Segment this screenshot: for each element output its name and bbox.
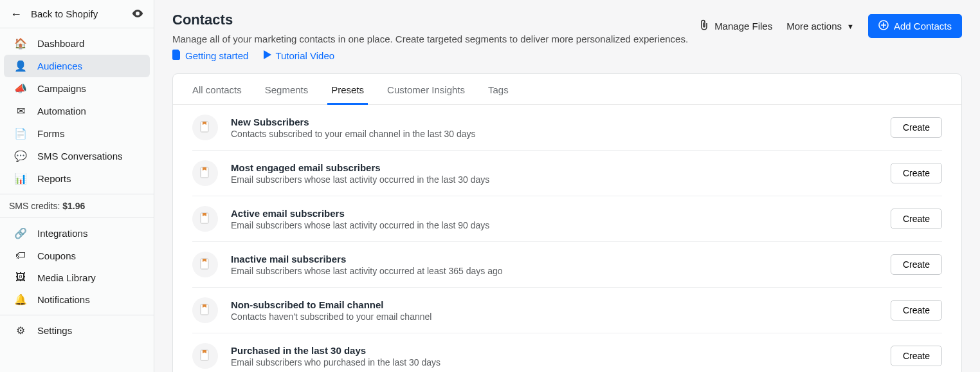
media-library-icon: 🖼 bbox=[14, 272, 27, 283]
more-actions-button[interactable]: More actions ▼ bbox=[786, 21, 854, 32]
sidebar-item-sms-conversations[interactable]: 💬SMS Conversations bbox=[4, 145, 150, 167]
manage-files-label: Manage Files bbox=[714, 21, 772, 32]
coupons-icon: 🏷 bbox=[14, 250, 27, 261]
add-contacts-button[interactable]: Add Contacts bbox=[868, 14, 962, 38]
preset-text: Inactive mail subscribersEmail subscribe… bbox=[231, 254, 878, 276]
back-label: Back to Shopify bbox=[31, 8, 98, 19]
sidebar-item-label: Campaigns bbox=[37, 83, 86, 94]
preset-icon bbox=[192, 297, 218, 323]
plus-circle-icon bbox=[878, 20, 889, 32]
preset-desc: Contacts haven't subscribed to your emai… bbox=[231, 312, 878, 322]
tabs: All contactsSegmentsPresetsCustomer Insi… bbox=[173, 74, 961, 105]
preset-icon bbox=[192, 206, 218, 232]
sidebar-item-label: Dashboard bbox=[37, 38, 84, 49]
sms-conversations-icon: 💬 bbox=[14, 150, 27, 162]
preset-row: New SubscribersContacts subscribed to yo… bbox=[192, 105, 942, 151]
manage-files-button[interactable]: Manage Files bbox=[699, 19, 772, 33]
preset-text: New SubscribersContacts subscribed to yo… bbox=[231, 116, 878, 139]
nav-bottom: ⚙Settings bbox=[0, 315, 154, 346]
sidebar-item-notifications[interactable]: 🔔Notifications bbox=[4, 288, 150, 311]
sidebar-item-label: Integrations bbox=[37, 228, 87, 239]
sidebar: ← Back to Shopify 🏠Dashboard👤Audiences📣C… bbox=[0, 0, 154, 372]
settings-icon: ⚙ bbox=[14, 324, 27, 337]
sms-credits: SMS credits: $1.96 bbox=[0, 194, 154, 218]
preset-title: Purchased in the last 30 days bbox=[231, 345, 878, 356]
sidebar-item-dashboard[interactable]: 🏠Dashboard bbox=[4, 32, 150, 55]
sidebar-item-campaigns[interactable]: 📣Campaigns bbox=[4, 77, 150, 100]
preset-icon bbox=[192, 343, 218, 369]
audiences-icon: 👤 bbox=[14, 60, 27, 72]
preset-icon bbox=[192, 115, 218, 140]
chevron-down-icon: ▼ bbox=[847, 23, 854, 30]
preset-desc: Email subscribers whose last activity oc… bbox=[231, 220, 878, 230]
preset-desc: Contacts subscribed to your email channe… bbox=[231, 129, 878, 139]
preset-icon bbox=[192, 160, 218, 186]
create-button[interactable]: Create bbox=[891, 163, 942, 183]
tab-tags[interactable]: Tags bbox=[488, 74, 509, 104]
preset-desc: Email subscribers whose last activity oc… bbox=[231, 266, 878, 276]
preset-text: Purchased in the last 30 daysEmail subsc… bbox=[231, 345, 878, 367]
preset-row: Active email subscribersEmail subscriber… bbox=[192, 196, 942, 242]
getting-started-link[interactable]: Getting started bbox=[172, 50, 248, 62]
sidebar-item-forms[interactable]: 📄Forms bbox=[4, 122, 150, 145]
sidebar-item-label: Settings bbox=[37, 325, 72, 336]
campaigns-icon: 📣 bbox=[14, 82, 27, 95]
sidebar-item-audiences[interactable]: 👤Audiences bbox=[4, 55, 150, 77]
notifications-icon: 🔔 bbox=[14, 293, 27, 306]
preset-icon bbox=[192, 252, 218, 277]
contacts-panel: All contactsSegmentsPresetsCustomer Insi… bbox=[172, 73, 962, 372]
preset-row: Non-subscribed to Email channelContacts … bbox=[192, 288, 942, 333]
tutorial-video-link[interactable]: Tutorial Video bbox=[264, 50, 334, 62]
preset-text: Most engaged email subscribersEmail subs… bbox=[231, 162, 878, 185]
reports-icon: 📊 bbox=[14, 172, 27, 185]
integrations-icon: 🔗 bbox=[14, 227, 27, 239]
tutorial-video-label: Tutorial Video bbox=[275, 50, 334, 61]
sidebar-item-label: Coupons bbox=[37, 250, 76, 261]
document-icon bbox=[172, 50, 181, 62]
sidebar-item-label: Forms bbox=[37, 128, 65, 139]
automation-icon: ✉ bbox=[14, 105, 27, 117]
create-button[interactable]: Create bbox=[891, 117, 942, 138]
tab-customer-insights[interactable]: Customer Insights bbox=[387, 74, 465, 104]
sidebar-item-automation[interactable]: ✉Automation bbox=[4, 100, 150, 122]
arrow-left-icon: ← bbox=[10, 8, 22, 20]
credits-value: $1.96 bbox=[60, 201, 85, 211]
sidebar-item-settings[interactable]: ⚙Settings bbox=[4, 319, 150, 342]
add-contacts-label: Add Contacts bbox=[894, 21, 952, 32]
sidebar-item-coupons[interactable]: 🏷Coupons bbox=[4, 245, 150, 266]
preset-desc: Email subscribers whose last activity oc… bbox=[231, 174, 878, 185]
dashboard-icon: 🏠 bbox=[14, 37, 27, 50]
play-icon bbox=[264, 50, 271, 61]
getting-started-label: Getting started bbox=[185, 50, 248, 61]
create-button[interactable]: Create bbox=[891, 209, 942, 229]
preset-title: Inactive mail subscribers bbox=[231, 254, 878, 265]
tab-all-contacts[interactable]: All contacts bbox=[192, 74, 242, 104]
preset-text: Active email subscribersEmail subscriber… bbox=[231, 208, 878, 230]
preset-text: Non-subscribed to Email channelContacts … bbox=[231, 299, 878, 322]
sidebar-item-label: Notifications bbox=[37, 294, 90, 305]
preset-row: Most engaged email subscribersEmail subs… bbox=[192, 151, 942, 196]
page-subtitle: Manage all of your marketing contacts in… bbox=[172, 33, 688, 44]
preset-list: New SubscribersContacts subscribed to yo… bbox=[173, 105, 961, 372]
tab-segments[interactable]: Segments bbox=[265, 74, 309, 104]
nav-secondary: 🔗Integrations🏷Coupons🖼Media Library🔔Noti… bbox=[0, 218, 154, 315]
page-title: Contacts bbox=[172, 12, 688, 28]
sidebar-item-media-library[interactable]: 🖼Media Library bbox=[4, 266, 150, 288]
sidebar-item-label: SMS Conversations bbox=[37, 151, 123, 162]
create-button[interactable]: Create bbox=[891, 346, 942, 366]
tab-presets[interactable]: Presets bbox=[331, 74, 364, 104]
sidebar-item-integrations[interactable]: 🔗Integrations bbox=[4, 222, 150, 245]
preset-title: Most engaged email subscribers bbox=[231, 162, 878, 173]
create-button[interactable]: Create bbox=[891, 300, 942, 321]
preset-title: Non-subscribed to Email channel bbox=[231, 299, 878, 310]
main-content: Contacts Manage all of your marketing co… bbox=[154, 0, 980, 372]
sidebar-item-reports[interactable]: 📊Reports bbox=[4, 167, 150, 190]
preset-row: Purchased in the last 30 daysEmail subsc… bbox=[192, 333, 942, 372]
forms-icon: 📄 bbox=[14, 127, 27, 140]
eye-icon bbox=[132, 8, 143, 20]
back-to-shopify[interactable]: ← Back to Shopify bbox=[0, 0, 154, 28]
preset-desc: Email subscribers who purchased in the l… bbox=[231, 357, 878, 367]
create-button[interactable]: Create bbox=[891, 254, 942, 275]
nav-primary: 🏠Dashboard👤Audiences📣Campaigns✉Automatio… bbox=[0, 28, 154, 194]
preset-title: Active email subscribers bbox=[231, 208, 878, 219]
